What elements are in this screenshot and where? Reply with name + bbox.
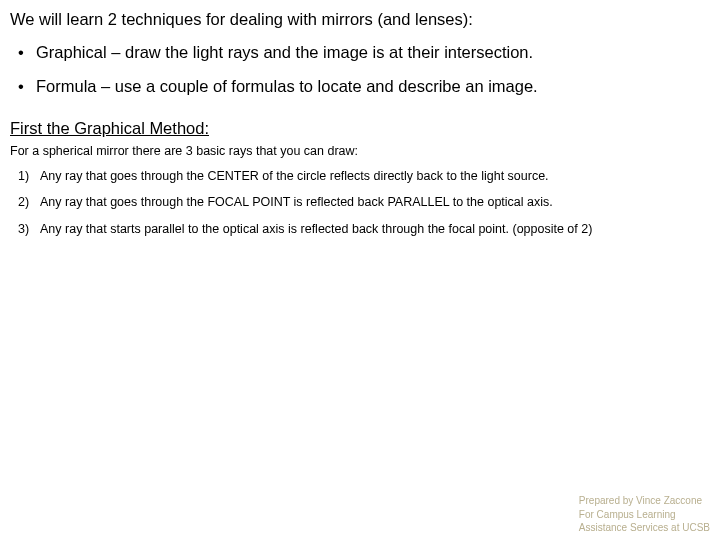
ray-number: 1): [18, 168, 29, 184]
rays-list: 1) Any ray that goes through the CENTER …: [10, 168, 710, 237]
techniques-list: Graphical – draw the light rays and the …: [10, 42, 710, 97]
graphical-method-heading: First the Graphical Method:: [10, 119, 710, 138]
slide: We will learn 2 techniques for dealing w…: [0, 0, 720, 540]
ray-item: 1) Any ray that goes through the CENTER …: [18, 168, 710, 184]
footer-line-2a: For Campus Learning: [579, 509, 710, 522]
ray-item: 3) Any ray that starts parallel to the o…: [18, 221, 710, 237]
ray-item: 2) Any ray that goes through the FOCAL P…: [18, 194, 710, 210]
footer-line-2b: Assistance Services at UCSB: [579, 522, 710, 535]
sphere-intro: For a spherical mirror there are 3 basic…: [10, 144, 710, 158]
ray-number: 2): [18, 194, 29, 210]
technique-item: Graphical – draw the light rays and the …: [18, 42, 710, 63]
intro-line: We will learn 2 techniques for dealing w…: [10, 8, 710, 30]
ray-text: Any ray that starts parallel to the opti…: [40, 222, 592, 236]
ray-number: 3): [18, 221, 29, 237]
footer-line-1: Prepared by Vince Zaccone: [579, 495, 710, 508]
footer-credit: Prepared by Vince Zaccone For Campus Lea…: [579, 495, 710, 535]
technique-item: Formula – use a couple of formulas to lo…: [18, 76, 710, 97]
ray-text: Any ray that goes through the CENTER of …: [40, 169, 549, 183]
ray-text: Any ray that goes through the FOCAL POIN…: [40, 195, 553, 209]
